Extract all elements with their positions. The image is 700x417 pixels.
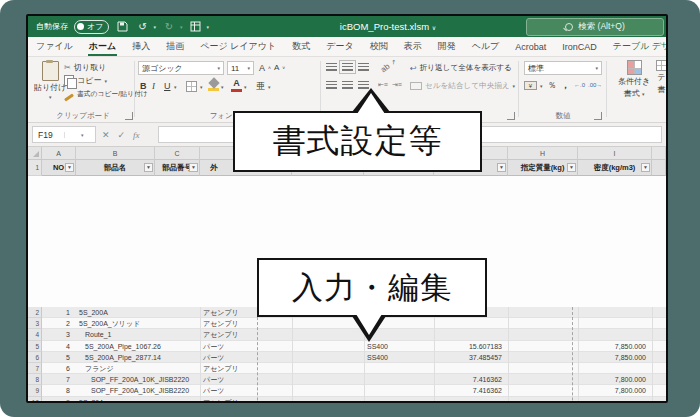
- number-format-select[interactable]: 標準▾: [524, 61, 602, 75]
- undo-dropdown-icon[interactable]: ▾: [153, 24, 156, 30]
- cell-type[interactable]: パーツ: [200, 374, 292, 385]
- align-bottom-icon[interactable]: [358, 63, 369, 71]
- filter-icon[interactable]: ▼: [567, 163, 576, 172]
- copy-dropdown-icon[interactable]: ▾: [104, 78, 107, 84]
- autosave-toggle[interactable]: オフ: [74, 20, 109, 34]
- table-header-no[interactable]: NO▼: [42, 160, 76, 176]
- cell-name[interactable]: SOP_FF_200A_10K_JISB2220: [76, 374, 155, 385]
- cell-type[interactable]: アセンブリ: [200, 318, 292, 329]
- row-header-5[interactable]: 5: [28, 341, 42, 352]
- shrink-font-button[interactable]: A˅: [274, 63, 285, 72]
- cell-type[interactable]: アセンブリ: [200, 397, 292, 401]
- tab-描画[interactable]: 描画: [158, 37, 192, 56]
- cell-name[interactable]: 5S_200A_Pipe_2877.14: [76, 352, 155, 363]
- tab-ページ レイアウト[interactable]: ページ レイアウト: [192, 37, 284, 56]
- filter-icon[interactable]: ▼: [144, 163, 153, 172]
- align-left-icon[interactable]: [326, 81, 337, 89]
- cell-type[interactable]: パーツ: [200, 385, 292, 396]
- cell-mass[interactable]: 7.416362: [434, 374, 508, 385]
- row-header-9[interactable]: 9: [28, 385, 42, 396]
- align-middle-icon[interactable]: [342, 63, 353, 71]
- borders-button[interactable]: ▾: [186, 81, 203, 92]
- currency-button[interactable]: ¥ ▾: [524, 81, 543, 90]
- paste-dropdown-icon[interactable]: ▾: [49, 94, 52, 100]
- tab-挿入[interactable]: 挿入: [124, 37, 158, 56]
- cell-name[interactable]: 5S_200A: [76, 307, 155, 318]
- increase-decimal-button[interactable]: ←.0: [574, 82, 585, 88]
- search-box[interactable]: 検索 (Alt+Q): [526, 18, 664, 36]
- font-size-select[interactable]: 11▾: [227, 61, 254, 75]
- tab-ヘルプ[interactable]: ヘルプ: [464, 37, 508, 56]
- row-header-7[interactable]: 7: [28, 363, 42, 374]
- toolbar-dropdown-icon[interactable]: ▾: [206, 24, 209, 30]
- conditional-formatting-button[interactable]: 条件付き 書式 ▾: [618, 60, 650, 99]
- tab-ホーム[interactable]: ホーム: [81, 37, 124, 56]
- cancel-icon[interactable]: ✕: [102, 130, 110, 140]
- cell-type[interactable]: パーツ: [200, 352, 292, 363]
- column-letter-I[interactable]: I: [578, 147, 652, 160]
- clipboard-dialog-launcher-icon[interactable]: [125, 112, 133, 120]
- ruby-button[interactable]: 亜▾: [256, 80, 271, 93]
- cut-button[interactable]: ✂ 切り取り: [64, 62, 106, 73]
- cell-name[interactable]: SOP_FF_200A_10K_JISB2220: [76, 385, 155, 396]
- row-header-6[interactable]: 6: [28, 352, 42, 363]
- tab-Acrobat[interactable]: Acrobat: [507, 37, 554, 56]
- insert-function-icon[interactable]: fx: [133, 130, 140, 140]
- cell-mass[interactable]: 7.416362: [434, 385, 508, 396]
- cell-no[interactable]: 1: [42, 307, 76, 318]
- table-header-partno[interactable]: 部品番号▼: [155, 160, 200, 176]
- font-color-dropdown-icon[interactable]: ▾: [244, 84, 247, 90]
- underline-button[interactable]: U: [164, 81, 171, 91]
- name-box-dropdown-icon[interactable]: ▾: [64, 132, 96, 138]
- comma-style-button[interactable]: ，: [561, 79, 570, 92]
- increase-indent-icon[interactable]: ⇥≡: [392, 81, 402, 89]
- decrease-decimal-button[interactable]: .00→: [588, 82, 602, 88]
- cell-no[interactable]: 2: [42, 318, 76, 329]
- row-header-1[interactable]: 1: [28, 160, 42, 176]
- vertical-align-buttons[interactable]: [326, 63, 369, 71]
- column-letter-partial[interactable]: [652, 147, 666, 160]
- tab-ファイル[interactable]: ファイル: [28, 37, 81, 56]
- cell-name[interactable]: Route_1: [76, 329, 155, 340]
- alignment-dialog-launcher-icon[interactable]: [507, 112, 515, 120]
- cell-type[interactable]: アセンブリ: [200, 329, 292, 340]
- cell-material[interactable]: SS400: [364, 341, 434, 352]
- column-letter-A[interactable]: A: [42, 147, 76, 160]
- filter-icon[interactable]: ▼: [189, 163, 198, 172]
- format-as-table-button-partial[interactable]: テ 書: [656, 60, 667, 95]
- filter-icon[interactable]: ▼: [641, 163, 650, 172]
- cell-type[interactable]: パーツ: [200, 341, 292, 352]
- cell-no[interactable]: 8: [42, 385, 76, 396]
- merge-center-button[interactable]: セルを結合して中央揃え ▾: [410, 81, 515, 91]
- cell-no[interactable]: 4: [42, 341, 76, 352]
- table-header-density[interactable]: 密度(kg/m3)▼: [578, 160, 652, 176]
- filter-icon[interactable]: ▼: [65, 163, 74, 172]
- table-header-extra[interactable]: [652, 160, 666, 176]
- tab-開発[interactable]: 開発: [430, 37, 464, 56]
- cell-density[interactable]: 7,850.000: [578, 341, 652, 352]
- tab-テーブル デザイン[interactable]: テーブル デザイン: [605, 37, 668, 56]
- underline-dropdown-icon[interactable]: ▾: [174, 84, 177, 90]
- name-box[interactable]: F19 ▾: [32, 126, 96, 143]
- enter-icon[interactable]: ✓: [118, 130, 126, 140]
- percent-style-button[interactable]: ％: [548, 80, 557, 92]
- column-letter-H[interactable]: H: [508, 147, 578, 160]
- cell-density[interactable]: 7,850.000: [578, 352, 652, 363]
- column-letter-B[interactable]: B: [76, 147, 155, 160]
- cell-no[interactable]: 9: [42, 397, 76, 401]
- font-name-select[interactable]: 源ゴシック▾: [138, 61, 224, 75]
- number-dialog-launcher-icon[interactable]: [594, 112, 602, 120]
- cell-no[interactable]: 3: [42, 329, 76, 340]
- quick-access-grid-icon[interactable]: [188, 20, 202, 34]
- cell-name[interactable]: 5S_200A_ソリッド: [76, 318, 155, 329]
- orientation-button[interactable]: ab↗: [379, 57, 398, 75]
- fill-color-button[interactable]: [208, 79, 219, 91]
- tab-表示[interactable]: 表示: [396, 37, 430, 56]
- row-header-10[interactable]: 10: [28, 397, 42, 401]
- cell-name[interactable]: 5S_200A_Pipe_1067.26: [76, 341, 155, 352]
- fill-color-dropdown-icon[interactable]: ▾: [221, 84, 224, 90]
- document-title[interactable]: icBOM_Pro-test.xlsm ∨: [278, 16, 498, 37]
- cell-density[interactable]: 7,800.000: [578, 385, 652, 396]
- column-letter-C[interactable]: C: [155, 147, 200, 160]
- tab-校閲[interactable]: 校閲: [362, 37, 396, 56]
